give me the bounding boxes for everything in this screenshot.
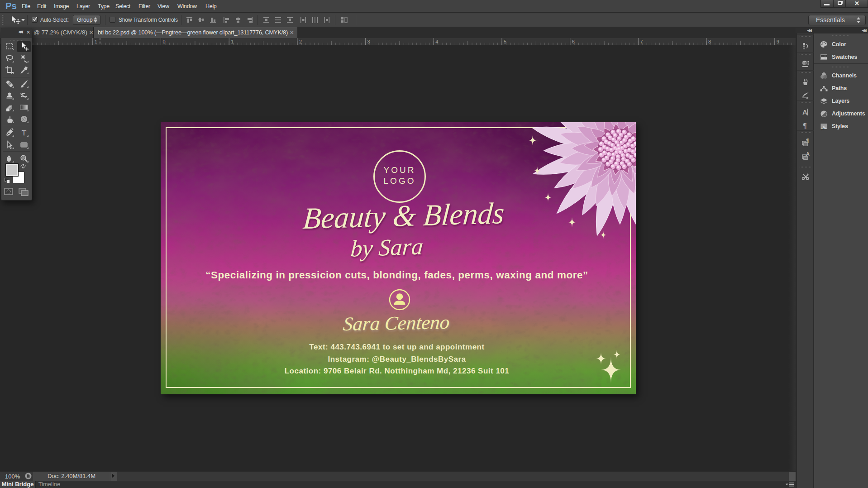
svg-text:6: 6 — [572, 39, 575, 44]
svg-text:A: A — [806, 151, 810, 157]
svg-text:3: 3 — [367, 39, 370, 44]
svg-text:A: A — [802, 108, 807, 116]
svg-text:9: 9 — [777, 39, 779, 44]
svg-text:5: 5 — [504, 39, 506, 44]
svg-text:1: 1 — [95, 39, 97, 44]
svg-text:¶: ¶ — [806, 138, 809, 144]
svg-text:T: T — [22, 129, 27, 137]
svg-text:4: 4 — [435, 39, 438, 44]
svg-text:2: 2 — [299, 39, 302, 44]
svg-text:fx: fx — [821, 126, 825, 131]
svg-text:8: 8 — [708, 39, 711, 44]
svg-text:¶: ¶ — [803, 122, 807, 129]
svg-text:7: 7 — [640, 39, 643, 44]
svg-text:0: 0 — [163, 39, 166, 44]
svg-text:1: 1 — [231, 39, 234, 44]
